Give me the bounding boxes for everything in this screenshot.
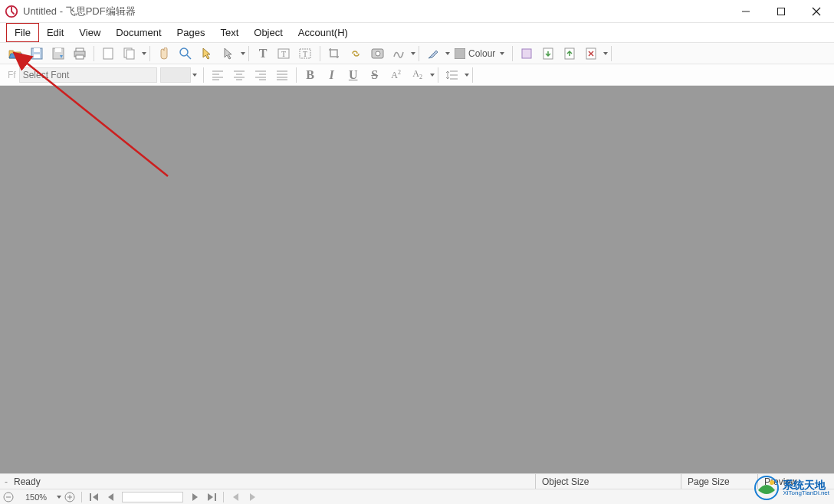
app-icon (5, 5, 18, 18)
font-size-input[interactable] (160, 67, 191, 83)
italic-button[interactable]: I (323, 67, 341, 83)
dropdown-icon (500, 52, 504, 55)
svg-rect-2 (778, 8, 785, 15)
colour-swatch-icon (455, 48, 465, 59)
attach-button[interactable] (517, 45, 536, 62)
watermark-text: 系统天地 (783, 479, 829, 490)
svg-rect-6 (34, 48, 40, 52)
text-tool-button[interactable]: T (254, 45, 272, 62)
dropdown-icon[interactable] (603, 52, 608, 55)
watermark-subtext: XiTongTianDi.net (783, 490, 829, 496)
align-right-button[interactable] (251, 67, 270, 83)
colour-button[interactable]: Colour (450, 45, 509, 62)
zoom-in-button[interactable] (62, 490, 77, 504)
toolbar-separator (438, 67, 438, 83)
strikethrough-button[interactable]: S (366, 67, 384, 83)
zoom-tool-button[interactable] (176, 45, 195, 62)
save-button[interactable] (28, 45, 46, 62)
line-spacing-button[interactable] (443, 67, 461, 83)
status-ready: Ready (8, 476, 47, 487)
save-as-button[interactable] (49, 45, 67, 62)
link-tool-button[interactable] (346, 45, 365, 62)
first-page-button[interactable] (86, 490, 101, 504)
title-bar: Untitled - 飞思PDF编辑器 (0, 0, 834, 23)
text-frame-button[interactable]: T (297, 45, 315, 62)
dropdown-icon[interactable] (57, 496, 61, 499)
zoom-out-button[interactable] (1, 490, 16, 504)
status-object-size: Object Size (535, 474, 681, 489)
page-number-input[interactable] (122, 492, 183, 502)
dropdown-icon[interactable] (192, 74, 197, 77)
delete-page-button[interactable] (582, 45, 600, 62)
toolbar-separator (472, 67, 473, 83)
insert-button[interactable] (560, 45, 579, 62)
extract-button[interactable] (539, 45, 557, 62)
toolbar-separator (296, 67, 297, 83)
select-tool-button[interactable] (198, 45, 216, 62)
close-button[interactable] (799, 0, 834, 22)
menu-document[interactable]: Document (108, 23, 169, 42)
colour-label: Colour (468, 48, 495, 59)
svg-text:T: T (281, 50, 286, 58)
edit-tool-button[interactable] (219, 45, 238, 62)
pages-tool-button[interactable] (120, 45, 139, 62)
toolbar-separator (419, 46, 419, 61)
watermark-logo-icon (754, 475, 780, 501)
svg-point-16 (180, 48, 188, 56)
text-box-button[interactable]: T (275, 45, 294, 62)
status-page-size: Page Size (681, 474, 757, 489)
prev-page-button[interactable] (103, 490, 118, 504)
page-tool-button[interactable] (99, 45, 117, 62)
subscript-button[interactable]: A2 (409, 67, 427, 83)
svg-point-58 (770, 480, 774, 485)
bold-button[interactable]: B (301, 67, 320, 83)
align-justify-button[interactable] (273, 67, 291, 83)
shape-tool-button[interactable] (389, 45, 408, 62)
align-center-button[interactable] (230, 67, 248, 83)
nav-back-button[interactable] (228, 490, 243, 504)
hand-tool-button[interactable] (155, 45, 173, 62)
toolbar-separator (94, 46, 94, 61)
crop-tool-button[interactable] (325, 45, 343, 62)
watermark: 系统天地 XiTongTianDi.net (754, 475, 829, 501)
menu-text[interactable]: Text (212, 23, 246, 42)
dropdown-icon[interactable] (465, 74, 469, 77)
toolbar-separator (512, 46, 513, 61)
zoom-level[interactable]: 150% (17, 493, 55, 502)
svg-text:T: T (303, 50, 307, 58)
underline-button[interactable]: U (344, 67, 363, 83)
nav-bar: 150% (0, 489, 834, 504)
window-title: Untitled - 飞思PDF编辑器 (23, 5, 728, 18)
main-toolbar: T T T Colour (0, 43, 834, 64)
open-button[interactable] (6, 45, 25, 62)
menu-edit[interactable]: Edit (39, 23, 71, 42)
svg-rect-9 (55, 48, 61, 52)
toolbar-separator (611, 46, 612, 61)
menu-pages[interactable]: Pages (169, 23, 213, 42)
dropdown-icon[interactable] (430, 74, 435, 77)
image-tool-button[interactable] (368, 45, 386, 62)
svg-rect-24 (455, 48, 465, 59)
maximize-button[interactable] (763, 0, 799, 22)
menu-account[interactable]: Account(H) (291, 23, 356, 42)
menu-object[interactable]: Object (246, 23, 291, 42)
brush-tool-button[interactable] (424, 45, 442, 62)
dropdown-icon[interactable] (411, 52, 415, 55)
minimize-button[interactable] (728, 0, 763, 22)
svg-point-23 (376, 51, 380, 56)
document-canvas[interactable] (0, 86, 834, 473)
last-page-button[interactable] (204, 490, 219, 504)
menu-view[interactable]: View (71, 23, 108, 42)
superscript-button[interactable]: A2 (387, 67, 406, 83)
align-left-button[interactable] (208, 67, 227, 83)
svg-line-17 (187, 55, 191, 59)
svg-rect-12 (76, 55, 84, 59)
print-button[interactable] (71, 45, 89, 62)
dropdown-icon[interactable] (241, 52, 245, 55)
next-page-button[interactable] (187, 490, 202, 504)
dropdown-icon[interactable] (142, 52, 146, 55)
font-select-input[interactable] (19, 67, 157, 83)
menu-file[interactable]: File (6, 23, 39, 42)
toolbar-separator (248, 46, 249, 61)
nav-forward-button[interactable] (245, 490, 260, 504)
